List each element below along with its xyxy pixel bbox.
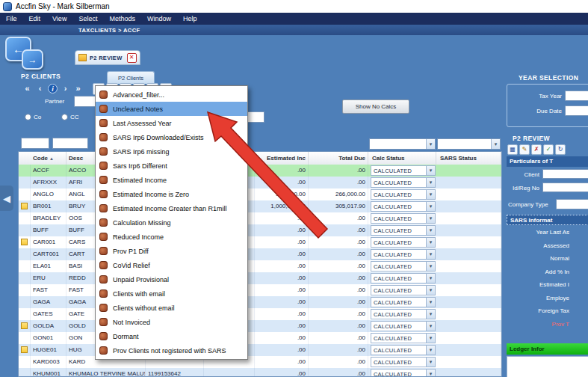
code-filter-input[interactable] [21,138,49,149]
cell-due: .00 [310,260,368,272]
filter-item-sars-irp6-missing[interactable]: SARS Irp6 missing [96,144,247,159]
tax-year-input[interactable] [565,91,588,101]
calc-status-select[interactable]: CALCULATED▾ [371,165,436,176]
info-icon[interactable]: i [48,84,58,94]
company-type-select[interactable]: ▾ [556,199,588,209]
filter-item-estimated-income-is-zero[interactable]: Estimated Income is Zero [96,187,247,201]
filter-item-sars-irp6-different[interactable]: Sars Irp6 Different [96,159,247,173]
tab-p2-review[interactable]: P2 REVIEW ✕ [75,50,140,65]
collapse-panel-handle[interactable]: ◀ [0,186,13,211]
cell-id: 1199153642 [146,368,204,376]
table-row-golda[interactable]: GOLDAGOLD.00.00CALCULATED▾ [19,320,501,332]
calc-status-select[interactable]: CALCULATED▾ [371,249,436,260]
menu-methods[interactable]: Methods [103,13,141,25]
id-reg-input[interactable] [542,183,588,192]
cell-gutter [19,308,31,320]
menu-help[interactable]: Help [177,13,203,25]
calc-status-select[interactable]: CALCULATED▾ [371,261,436,272]
filter-item-prov-p1-diff[interactable]: Prov P1 Diff [96,244,247,258]
table-row-br001[interactable]: BR001BRUY1,000,000.00305,017.90CALCULATE… [19,200,501,212]
calc-status-select[interactable]: CALCULATED▾ [371,213,436,224]
filter-item-covid-relief[interactable]: CoVid Relief [96,258,247,272]
calc-status-select[interactable]: CALCULATED▾ [371,297,436,307]
table-row-afrxxx[interactable]: AFRXXXAFRI.00.00CALCULATED▾ [19,177,501,188]
filter-item-icon [99,289,108,298]
filter-item-clients-with-email[interactable]: Clients with email [96,286,247,301]
calc-status-select[interactable]: CALCULATED▾ [371,273,436,283]
filter-item-dormant[interactable]: Dormant [96,329,247,343]
calc-status-select[interactable]: CALCULATED▾ [371,369,436,376]
first-record-icon[interactable]: « [22,84,32,94]
column-header-sars[interactable]: SARS Status [438,152,501,165]
calc-status-select[interactable]: CALCULATED▾ [371,225,436,236]
filter-item-last-assessed-year[interactable]: Last Assessed Year [96,116,247,130]
table-row-gon01[interactable]: GON01GON.00.00CALCULATED▾ [19,332,501,344]
table-row-anglo[interactable]: ANGLOANGL950,000.00266,000.00CALCULATED▾ [19,188,501,200]
filter-item-estimated-income[interactable]: Estimated Income [96,173,247,187]
filter-item-unpaid-provisional[interactable]: Unpaid Provisional [96,272,247,286]
calc-status-select[interactable]: CALCULATED▾ [371,309,436,319]
record-navigator: «‹i›» [22,84,83,94]
calc-status-filter-select[interactable]: ▾ [369,138,436,150]
table-row-eru[interactable]: ERUREDD.00.00CALCULATED▾ [19,272,501,284]
table-row-kard003[interactable]: KARD003KARD.00.00CALCULATED▾ [19,356,501,368]
filter-item-calculation-missing[interactable]: Calculation Missing [96,215,247,230]
table-row-khum001[interactable]: KHUM001KHUMALO TERVINE MALUSI1199153642.… [19,368,501,376]
table-row-gates[interactable]: GATESGATE.00.00CALCULATED▾ [19,308,501,320]
menu-select[interactable]: Select [72,13,103,25]
tab-p2-clients[interactable]: P2 Clients [107,71,155,84]
menu-view[interactable]: View [46,13,72,25]
filter-item-not-invoiced[interactable]: Not Invoiced [96,315,247,329]
table-row-car001[interactable]: CAR001CARS.00.00CALCULATED▾ [19,236,501,248]
column-header-code[interactable]: Code▲ [31,152,66,165]
table-row-accf[interactable]: ACCFACCO.00.00CALCULATED▾ [19,165,501,177]
delete-icon[interactable]: ✗ [531,144,542,155]
edit-icon[interactable]: ✎ [519,144,530,155]
calc-status-select[interactable]: CALCULATED▾ [371,189,436,200]
calc-status-select[interactable]: CALCULATED▾ [371,237,436,248]
close-tab-icon[interactable]: ✕ [127,53,137,63]
table-row-cart001[interactable]: CART001CART.00.00CALCULATED▾ [19,248,501,260]
sars-status-filter-select[interactable]: ▾ [437,138,501,150]
column-header-due[interactable]: Total Due [310,152,368,165]
menu-file[interactable]: File [0,13,23,25]
filter-item-uncleared-notes[interactable]: Uncleared Notes [96,102,247,116]
menu-edit[interactable]: Edit [23,13,47,25]
refresh2-icon[interactable]: ↻ [555,144,566,155]
radio-co[interactable]: Co [25,114,41,120]
show-no-calcs-button[interactable]: Show No Calcs [342,99,409,114]
prev-record-icon[interactable]: ‹ [35,84,45,94]
filter-item-clients-without-email[interactable]: Clients without email [96,301,247,315]
due-date-input[interactable] [565,105,588,116]
next-record-icon[interactable]: › [61,84,70,94]
calc-status-select[interactable]: CALCULATED▾ [371,357,436,367]
calc-status-select[interactable]: CALCULATED▾ [371,201,436,212]
filter-item-estimated-income-greater-than-r1mill[interactable]: Estimated Income Greater than R1mill [96,201,247,215]
save-icon[interactable]: ✓ [543,144,554,155]
filter-item-sars-irp6-downloaded-exists[interactable]: SARS Irp6 Downloaded/Exists [96,130,247,144]
table-row-buff[interactable]: BUFFBUFF.00.00CALCULATED▾ [19,224,501,236]
calc-status-select[interactable]: CALCULATED▾ [371,333,436,343]
desc-filter-input[interactable] [52,138,88,149]
client-input[interactable] [542,169,588,179]
table-row-gaga[interactable]: GAGAGAGA.00.00CALCULATED▾ [19,296,501,308]
clients-table: Code▲DescEstimated IncTotal DueCalc Stat… [18,151,502,377]
radio-cc[interactable]: CC [61,114,79,120]
menu-window[interactable]: Window [141,13,177,25]
filter-item-advanced-filter[interactable]: Advanced_filter... [96,88,247,102]
table-row-ela01[interactable]: ELA01BASI.00.00CALCULATED▾ [19,260,501,272]
forward-button[interactable]: → [22,49,43,70]
last-record-icon[interactable]: » [73,84,83,94]
calc-status-select[interactable]: CALCULATED▾ [371,345,436,355]
calc-status-select[interactable]: CALCULATED▾ [371,177,436,188]
calc-status-select[interactable]: CALCULATED▾ [371,321,436,331]
table-row-fast[interactable]: FASTFAST.00.00CALCULATED▾ [19,284,501,296]
grid-icon[interactable]: ▦ [507,144,518,155]
filter-item-prov-clients-not-registered-with-sars[interactable]: Prov Clients not registered with SARS [96,343,247,358]
table-row-bradley[interactable]: BRADLEYOOS.00.00CALCULATED▾ [19,212,501,224]
filter-item-reduced-income[interactable]: Reduced Income [96,230,247,244]
column-header-calc[interactable]: Calc Status [370,152,436,165]
table-row-huge01[interactable]: HUGE01HUG.00.00CALCULATED▾ [19,344,501,356]
calc-status-select[interactable]: CALCULATED▾ [371,285,436,295]
column-header-est[interactable]: Estimated Inc [255,152,309,165]
